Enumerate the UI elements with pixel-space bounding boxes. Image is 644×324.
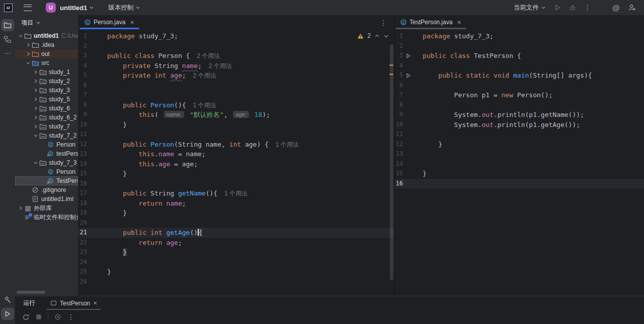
tree-item-study_3[interactable]: study_3	[15, 86, 78, 95]
tree-item-study_5[interactable]: study_5	[15, 95, 78, 104]
project-selector[interactable]: untitled1	[62, 4, 94, 12]
more-tools-button[interactable]: ⋯	[4, 49, 11, 57]
tree-item-untitled1[interactable]: untitled1C:\Users	[15, 31, 78, 40]
line-number[interactable]: 3	[394, 51, 403, 61]
line-number[interactable]: 21	[78, 228, 87, 238]
line-number[interactable]: 9	[78, 110, 87, 120]
line-number[interactable]: 13	[78, 149, 87, 159]
editor-scrollbar[interactable]	[390, 44, 393, 280]
line-number[interactable]: 11	[78, 129, 87, 140]
tool-structure-button[interactable]	[1, 33, 14, 45]
chevron-right-icon[interactable]	[32, 78, 39, 84]
line-number[interactable]: 1	[394, 31, 403, 41]
chevron-down-icon[interactable]	[32, 133, 39, 139]
line-number[interactable]: 13	[394, 149, 403, 159]
line-number[interactable]: 8	[78, 100, 87, 110]
line-number[interactable]: 17	[78, 188, 87, 199]
tree-item-Person[interactable]: CPerson	[15, 167, 78, 176]
line-number[interactable]: 22	[78, 238, 87, 248]
chevron-down-icon[interactable]	[25, 60, 31, 66]
line-number[interactable]: 14	[78, 159, 87, 169]
tab-person-java[interactable]: C Person.java ✕	[79, 15, 139, 29]
tool-run-button[interactable]	[1, 308, 14, 320]
line-number[interactable]: 16	[78, 179, 87, 189]
chevron-down-icon[interactable]	[17, 33, 24, 39]
line-number[interactable]: 11	[394, 129, 403, 140]
stop-icon[interactable]	[36, 314, 42, 320]
tree-item-study_1[interactable]: study_1	[15, 68, 78, 77]
tree-item--[interactable]: 临时文件和控制台	[15, 213, 78, 222]
line-number[interactable]: 12	[78, 140, 87, 150]
tree-item-out[interactable]: out	[15, 49, 78, 58]
add-user-icon[interactable]	[628, 4, 636, 12]
line-number[interactable]: 24	[78, 257, 87, 268]
line-number[interactable]: 5	[394, 71, 403, 81]
tree-item-Person[interactable]: CPerson	[15, 140, 78, 149]
horizontal-scrollbar[interactable]	[17, 291, 45, 294]
line-number[interactable]: 18	[78, 199, 87, 209]
line-number[interactable]: 8	[394, 100, 403, 110]
chevron-down-icon[interactable]	[32, 160, 39, 166]
chevron-right-icon[interactable]	[32, 96, 39, 102]
line-number[interactable]: 10	[394, 120, 403, 130]
code-editor-testperson[interactable]: 1package study_7_3;23public class TestPe…	[394, 29, 644, 188]
more-options-button[interactable]: ⋮	[67, 313, 74, 321]
main-menu-icon[interactable]	[24, 5, 32, 11]
tree-item--[interactable]: 外部库	[15, 204, 78, 213]
tree-item-study_7_2[interactable]: study_7_2	[15, 131, 78, 140]
close-icon[interactable]: ✕	[457, 20, 461, 25]
line-number[interactable]: 4	[78, 61, 87, 71]
line-number[interactable]: 14	[394, 159, 403, 169]
line-number[interactable]: 26	[78, 277, 87, 287]
next-problem-icon[interactable]	[383, 33, 389, 39]
warning-stripe-mark[interactable]	[389, 64, 393, 66]
tree-item-src[interactable]: src	[15, 58, 78, 68]
chevron-right-icon[interactable]	[32, 123, 39, 129]
chevron-right-icon[interactable]	[32, 114, 39, 120]
run-button[interactable]	[554, 4, 561, 11]
tree-item-TestPerson[interactable]: CTestPerson	[15, 176, 78, 185]
line-number[interactable]: 12	[394, 140, 403, 150]
chevron-right-icon[interactable]	[32, 87, 39, 93]
tree-item-.idea[interactable]: .idea	[15, 40, 78, 49]
line-number[interactable]: 5	[78, 71, 87, 81]
line-number[interactable]: 19	[78, 208, 87, 218]
chevron-right-icon[interactable]	[17, 205, 24, 211]
close-icon[interactable]: ✕	[93, 300, 97, 306]
run-gutter-icon[interactable]	[406, 51, 414, 61]
run-tab-testperson[interactable]: TestPerson ✕	[46, 296, 101, 310]
tool-build-button[interactable]	[1, 294, 14, 306]
tree-item-untitled1.iml[interactable]: untitled1.iml	[15, 195, 78, 204]
line-number[interactable]: 2	[394, 41, 403, 51]
line-number[interactable]: 20	[78, 218, 87, 228]
tab-testperson-java[interactable]: C TestPerson.java ✕	[395, 15, 466, 29]
debug-button[interactable]	[569, 4, 576, 11]
run-configuration-selector[interactable]: 当前文件	[514, 4, 546, 12]
warning-stripe-mark[interactable]	[389, 74, 393, 75]
line-number[interactable]: 25	[78, 267, 87, 277]
chevron-right-icon[interactable]	[25, 42, 31, 48]
chevron-right-icon[interactable]	[25, 51, 31, 57]
circle-dot-icon[interactable]	[54, 313, 61, 320]
line-number[interactable]: 10	[78, 120, 87, 130]
line-number[interactable]: 1	[78, 31, 87, 41]
line-number[interactable]: 6	[78, 81, 87, 91]
line-number[interactable]: 15	[394, 169, 403, 179]
chevron-right-icon[interactable]	[32, 105, 39, 111]
tab-options-button[interactable]: ⋮	[380, 19, 387, 27]
vcs-menu[interactable]: 版本控制	[108, 4, 140, 12]
chevron-right-icon[interactable]	[32, 69, 39, 75]
project-panel-header[interactable]: 项目	[15, 15, 78, 30]
tree-item-study_2[interactable]: study_2	[15, 77, 78, 86]
tree-item-.gitignore[interactable]: .gitignore	[15, 185, 78, 195]
prev-problem-icon[interactable]	[374, 33, 380, 39]
line-number[interactable]: 6	[394, 81, 403, 91]
tree-item-study_6[interactable]: study_6	[15, 104, 78, 113]
line-number[interactable]: 9	[394, 110, 403, 120]
tree-item-study_7_3[interactable]: study_7_3	[15, 158, 78, 167]
line-number[interactable]: 2	[78, 41, 87, 51]
rerun-icon[interactable]	[22, 313, 30, 321]
tree-item-study_6_2[interactable]: study_6_2	[15, 113, 78, 122]
code-editor-person[interactable]: 1package study_7_3;23public class Person…	[78, 29, 394, 287]
line-number[interactable]: 7	[78, 90, 87, 100]
